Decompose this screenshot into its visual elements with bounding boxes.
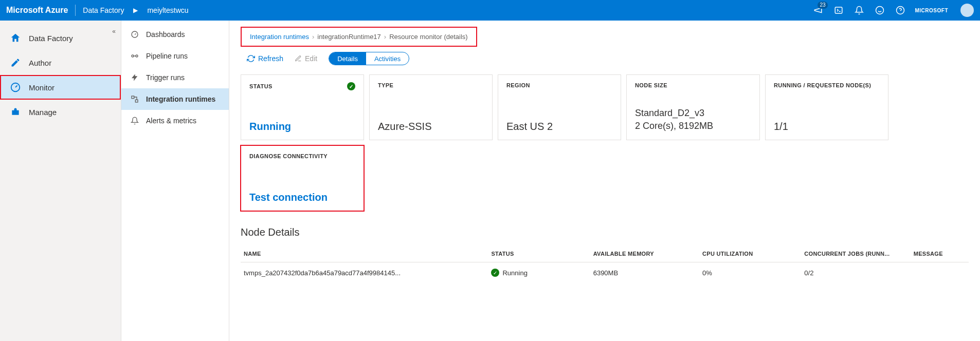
content-area: Integration runtimes › integrationRuntim… — [229, 21, 980, 341]
card-title: RUNNING / REQUESTED NODE(S) — [774, 82, 871, 88]
brand-label: Microsoft Azure — [6, 6, 68, 15]
notification-badge: 23 — [818, 2, 827, 9]
svg-point-1 — [876, 7, 883, 14]
refresh-label: Refresh — [258, 54, 283, 63]
card-title: NODE SIZE — [635, 82, 667, 88]
status-value[interactable]: Running — [249, 121, 355, 132]
nav2-label: Integration runtimes — [146, 95, 215, 103]
secondary-nav: Dashboards Pipeline runs Trigger runs In… — [121, 21, 229, 341]
test-connection-button[interactable]: Test connection — [249, 192, 355, 203]
nodesize-value: Standard_D2_v3 2 Core(s), 8192MB — [635, 107, 751, 132]
nodesize-line1: Standard_D2_v3 — [635, 107, 751, 120]
notifications-icon[interactable] — [854, 5, 865, 16]
card-node-size: NODE SIZE Standard_D2_v3 2 Core(s), 8192… — [626, 74, 760, 140]
refresh-icon — [247, 54, 255, 63]
nav2-trigger-runs[interactable]: Trigger runs — [121, 67, 229, 88]
refresh-button[interactable]: Refresh — [247, 54, 283, 63]
nav2-label: Pipeline runs — [146, 52, 188, 60]
th-msg[interactable]: MESSAGE — [911, 245, 969, 262]
gauge-icon — [9, 82, 22, 93]
view-toggle: Details Activities — [329, 52, 409, 65]
th-mem[interactable]: AVAILABLE MEMORY — [590, 245, 699, 262]
collapse-nav-icon[interactable]: « — [112, 28, 116, 35]
nav2-dashboards[interactable]: Dashboards — [121, 24, 229, 45]
nav-label: Data Factory — [29, 34, 73, 43]
nav2-alerts-metrics[interactable]: Alerts & metrics — [121, 110, 229, 131]
table-row[interactable]: tvmps_2a207432f0da7b6a45a79acd77a4f99841… — [241, 262, 969, 283]
tenant-label: MICROSOFT — [915, 8, 949, 13]
cell-mem: 6390MB — [590, 262, 699, 283]
announcements-icon[interactable]: 23 — [812, 5, 824, 16]
speedometer-icon — [130, 30, 140, 39]
type-value: Azure-SSIS — [378, 121, 484, 132]
nav2-label: Trigger runs — [146, 73, 185, 82]
success-icon: ✓ — [347, 82, 355, 90]
cell-name: tvmps_2a207432f0da7b6a45a79acd77a4f99841… — [241, 262, 488, 283]
card-type: TYPE Azure-SSIS — [369, 74, 493, 140]
chevron-right-icon: ▶ — [133, 7, 138, 14]
svg-rect-7 — [132, 96, 134, 99]
nav-label: Author — [29, 59, 51, 67]
nav-label: Manage — [29, 108, 57, 117]
nodes-value: 1/1 — [774, 121, 880, 132]
divider — [75, 5, 76, 16]
pencil-icon — [295, 55, 302, 62]
nav-label: Monitor — [29, 83, 55, 92]
cloud-shell-icon[interactable] — [833, 5, 844, 16]
region-value: East US 2 — [506, 121, 612, 132]
nav-data-factory[interactable]: Data Factory — [0, 26, 121, 50]
avatar[interactable] — [960, 4, 974, 17]
success-icon: ✓ — [491, 269, 499, 277]
chevron-right-icon: › — [384, 33, 386, 41]
feedback-icon[interactable] — [874, 5, 885, 16]
home-icon — [9, 32, 22, 44]
svg-point-6 — [136, 55, 138, 57]
nav2-label: Dashboards — [146, 30, 185, 39]
cell-jobs: 0/2 — [801, 262, 910, 283]
th-cpu[interactable]: CPU UTILIZATION — [699, 245, 801, 262]
command-bar: Refresh Edit Details Activities — [241, 52, 969, 65]
service-label[interactable]: Data Factory — [83, 6, 124, 14]
nav-author[interactable]: Author — [0, 50, 121, 75]
chevron-right-icon: › — [312, 33, 314, 41]
nodesize-line2: 2 Core(s), 8192MB — [635, 120, 751, 132]
cell-status: Running — [502, 269, 527, 277]
tab-activities[interactable]: Activities — [366, 52, 409, 65]
bolt-icon — [130, 73, 140, 82]
breadcrumb-link-runtimes[interactable]: Integration runtimes — [250, 33, 309, 41]
breadcrumb-current: Resource monitor (details) — [389, 33, 467, 41]
nav2-integration-runtimes[interactable]: Integration runtimes — [121, 88, 229, 110]
help-icon[interactable] — [895, 5, 906, 16]
nav2-label: Alerts & metrics — [146, 117, 196, 125]
nav-manage[interactable]: Manage — [0, 100, 121, 124]
card-nodes: RUNNING / REQUESTED NODE(S) 1/1 — [765, 74, 888, 140]
card-status: STATUS ✓ Running — [241, 74, 364, 140]
integration-icon — [130, 95, 140, 103]
th-status[interactable]: STATUS — [488, 245, 590, 262]
resource-label[interactable]: meiyltestwcu — [147, 6, 188, 14]
breadcrumb-runtime-name[interactable]: integrationRuntime17 — [317, 33, 381, 41]
card-title: TYPE — [378, 82, 393, 88]
card-diagnose-connectivity: DIAGNOSE CONNECTIVITY Test connection — [241, 145, 364, 211]
th-jobs[interactable]: CONCURRENT JOBS (RUNN... — [801, 245, 910, 262]
th-name[interactable]: NAME — [241, 245, 488, 262]
node-details-table: NAME STATUS AVAILABLE MEMORY CPU UTILIZA… — [241, 245, 969, 283]
card-title: REGION — [506, 82, 530, 88]
breadcrumb: Integration runtimes › integrationRuntim… — [241, 27, 477, 47]
card-title: STATUS — [249, 83, 273, 89]
toolbox-icon — [9, 107, 22, 117]
card-title: DIAGNOSE CONNECTIVITY — [249, 153, 328, 159]
pipeline-icon — [130, 52, 140, 60]
card-region: REGION East US 2 — [498, 74, 621, 140]
edit-button: Edit — [295, 54, 317, 63]
nav2-pipeline-runs[interactable]: Pipeline runs — [121, 45, 229, 67]
node-details-title: Node Details — [241, 226, 969, 238]
pencil-icon — [9, 58, 22, 68]
tab-details[interactable]: Details — [329, 52, 366, 65]
cell-msg — [911, 262, 969, 283]
nav-monitor[interactable]: Monitor — [0, 75, 121, 100]
top-bar: Microsoft Azure Data Factory ▶ meiyltest… — [0, 0, 980, 21]
edit-label: Edit — [305, 54, 317, 63]
cell-cpu: 0% — [699, 262, 801, 283]
svg-point-5 — [132, 55, 134, 57]
